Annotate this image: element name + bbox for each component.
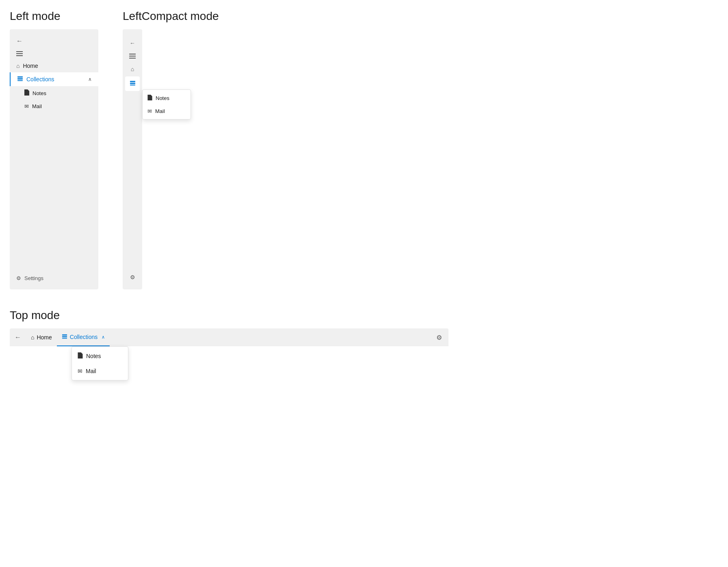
- compact-hamburger-button[interactable]: [129, 54, 136, 59]
- top-flyout-popup: Notes ✉ Mail: [72, 346, 128, 380]
- compact-collections-button[interactable]: [125, 76, 140, 91]
- top-collections-icon: [62, 334, 67, 341]
- compact-settings-icon: ⚙: [130, 274, 135, 280]
- top-flyout-mail-label: Mail: [86, 368, 96, 374]
- top-collections-chevron-icon: ∧: [102, 335, 105, 340]
- left-nav-collections[interactable]: Collections ∧: [10, 72, 98, 86]
- compact-flyout-notes-label: Notes: [156, 95, 169, 101]
- top-back-button[interactable]: ←: [15, 328, 24, 346]
- svg-marker-7: [147, 95, 152, 100]
- compact-home-icon: ⌂: [131, 66, 134, 72]
- compact-flyout-notes[interactable]: Notes: [143, 91, 191, 105]
- top-flyout-notes-label: Notes: [86, 353, 101, 359]
- top-flyout-mail[interactable]: ✉ Mail: [72, 364, 128, 378]
- left-nav-mail[interactable]: ✉ Mail: [10, 100, 98, 113]
- top-settings-button[interactable]: ⚙: [435, 332, 444, 343]
- home-icon: ⌂: [16, 63, 20, 69]
- left-back-button[interactable]: ←: [15, 36, 24, 46]
- svg-rect-2: [17, 80, 23, 81]
- left-hamburger-button[interactable]: [16, 51, 92, 56]
- notes-doc-icon: [24, 89, 29, 97]
- top-nav-collections[interactable]: Collections ∧: [57, 328, 110, 346]
- compact-flyout-mail-label: Mail: [155, 108, 165, 114]
- compact-mail-icon: ✉: [147, 108, 152, 114]
- svg-rect-8: [62, 334, 67, 335]
- top-nav-home[interactable]: ⌂ Home: [26, 328, 57, 346]
- left-mode-nav-panel: ← ⌂ Home: [10, 29, 98, 289]
- top-collections-label: Collections: [70, 334, 98, 340]
- left-settings-button[interactable]: ⚙ Settings: [10, 272, 98, 285]
- top-back-icon: ←: [15, 334, 21, 341]
- compact-flyout-popup: Notes ✉ Mail: [142, 89, 191, 119]
- top-home-icon: ⌂: [31, 334, 34, 341]
- compact-settings-button[interactable]: ⚙: [125, 270, 140, 285]
- leftcompact-nav-panel: ← ⌂: [123, 29, 142, 289]
- back-arrow-icon: ←: [16, 37, 23, 44]
- top-home-label: Home: [37, 334, 52, 341]
- svg-rect-0: [17, 76, 23, 78]
- compact-back-button[interactable]: ←: [125, 36, 140, 50]
- compact-notes-icon: [147, 95, 152, 102]
- compact-back-icon: ←: [130, 40, 135, 46]
- top-notes-icon: [78, 352, 83, 360]
- top-mode-nav-bar: ← ⌂ Home Collections ∧ ⚙: [10, 328, 448, 346]
- top-settings-icon: ⚙: [436, 334, 442, 341]
- left-notes-label: Notes: [32, 90, 46, 96]
- collections-icon: [17, 76, 23, 83]
- svg-marker-3: [24, 89, 29, 96]
- leftcompact-mode-section: LeftCompact mode ←: [123, 10, 219, 289]
- svg-rect-9: [62, 336, 67, 337]
- left-home-label: Home: [23, 63, 38, 69]
- top-row: Left mode ← ⌂ Home: [10, 10, 718, 289]
- svg-rect-5: [130, 83, 135, 84]
- compact-home-button[interactable]: ⌂: [125, 62, 140, 76]
- svg-rect-4: [130, 81, 135, 82]
- compact-collections-icon: [130, 80, 136, 87]
- top-mail-icon: ✉: [78, 368, 82, 374]
- left-mail-label: Mail: [32, 103, 42, 109]
- compact-flyout-mail[interactable]: ✉ Mail: [143, 105, 191, 117]
- svg-marker-11: [78, 352, 83, 358]
- left-collections-label: Collections: [26, 76, 88, 83]
- left-nav-notes[interactable]: Notes: [10, 86, 98, 100]
- left-mode-section: Left mode ← ⌂ Home: [10, 10, 98, 289]
- collections-chevron-icon: ∧: [88, 76, 92, 82]
- left-settings-label: Settings: [24, 275, 43, 281]
- svg-rect-10: [62, 338, 67, 339]
- left-mode-title: Left mode: [10, 10, 98, 23]
- mail-icon: ✉: [24, 103, 29, 109]
- svg-rect-6: [130, 85, 135, 85]
- top-mode-title: Top mode: [10, 309, 718, 322]
- top-flyout-notes[interactable]: Notes: [72, 348, 128, 364]
- leftcompact-mode-title: LeftCompact mode: [123, 10, 219, 23]
- svg-rect-1: [17, 78, 23, 80]
- top-mode-section: Top mode ← ⌂ Home Collections: [10, 309, 718, 346]
- settings-icon: ⚙: [16, 275, 21, 281]
- left-nav-home[interactable]: ⌂ Home: [10, 59, 98, 72]
